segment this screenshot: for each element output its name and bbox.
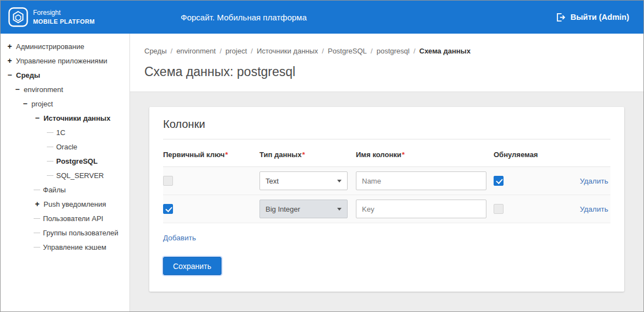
- logo: Foresight MOBILE PLATFORM: [8, 7, 95, 27]
- sidebar-item-files[interactable]: Файлы: [1, 182, 129, 197]
- breadcrumb-item[interactable]: project: [225, 47, 247, 55]
- data-type-select[interactable]: Big Integer: [259, 200, 348, 218]
- column-name-input[interactable]: [356, 200, 486, 218]
- header-label: Тип данных: [259, 150, 301, 159]
- sidebar-item-cache-management[interactable]: Управление кэшем: [1, 240, 129, 254]
- required-mark: *: [402, 150, 405, 159]
- collapse-icon[interactable]: −: [21, 99, 29, 108]
- sidebar-item-project[interactable]: − project: [1, 96, 129, 111]
- expand-icon[interactable]: +: [6, 42, 13, 51]
- header-label: Имя колонки: [356, 150, 402, 159]
- logo-title: Foresight: [33, 9, 95, 18]
- delete-link[interactable]: Удалить: [580, 177, 608, 185]
- tree-item-label: Управление приложениями: [16, 57, 107, 65]
- page-title: Схема данных: postgresql: [144, 64, 627, 79]
- sidebar-item-api-users[interactable]: Пользователи API: [1, 211, 129, 225]
- expand-icon[interactable]: +: [6, 56, 13, 65]
- breadcrumb-item-current: Схема данных: [419, 47, 470, 55]
- tree-item-label: project: [31, 100, 53, 108]
- column-name-input[interactable]: [356, 171, 486, 190]
- nullable-checkbox[interactable]: [494, 204, 504, 214]
- content-area: Колонки Первичный ключ* Тип данных* Имя …: [130, 92, 643, 311]
- app-window: Foresight MOBILE PLATFORM Форсайт. Мобил…: [0, 0, 644, 312]
- add-row: Добавить: [163, 233, 610, 243]
- tree-item-label: Среды: [16, 71, 40, 79]
- tree-item-label: 1C: [56, 128, 66, 137]
- sidebar-item-environments[interactable]: − Среды: [1, 68, 129, 82]
- sidebar-item-sql-server[interactable]: SQL_SERVER: [1, 168, 129, 182]
- add-link[interactable]: Добавить: [163, 234, 196, 242]
- tree-item-label: environment: [24, 85, 63, 94]
- button-row: Сохранить: [163, 257, 610, 275]
- breadcrumb-item[interactable]: PostgreSQL: [328, 47, 367, 55]
- logo-text: Foresight MOBILE PLATFORM: [33, 9, 95, 25]
- tree-item-label: Администрирование: [16, 42, 84, 51]
- data-type-select[interactable]: Text: [259, 171, 348, 190]
- breadcrumb-item[interactable]: Среды: [144, 47, 167, 55]
- data-type-value: Text: [266, 177, 279, 185]
- collapse-icon[interactable]: −: [14, 85, 21, 94]
- breadcrumb: Среды / environment / project / Источник…: [144, 47, 627, 55]
- tree-connector: [47, 147, 53, 147]
- tree-connector: [34, 190, 40, 190]
- sidebar-item-postgresql[interactable]: PostgreSQL: [1, 154, 129, 168]
- primary-key-checkbox[interactable]: [163, 176, 173, 186]
- breadcrumb-separator: /: [251, 47, 253, 55]
- breadcrumb-item[interactable]: Источники данных: [257, 47, 318, 55]
- columns-card: Колонки Первичный ключ* Тип данных* Имя …: [149, 107, 624, 292]
- required-mark: *: [225, 150, 228, 159]
- logo-subtitle: MOBILE PLATFORM: [33, 18, 95, 25]
- chevron-down-icon: [337, 208, 342, 211]
- tree-connector: [47, 132, 53, 133]
- breadcrumb-item[interactable]: environment: [176, 47, 216, 55]
- breadcrumb-separator: /: [220, 47, 222, 55]
- tree-item-label: PostgreSQL: [56, 157, 98, 165]
- tree-item-label: Файлы: [43, 186, 66, 194]
- required-mark: *: [302, 150, 305, 159]
- save-button[interactable]: Сохранить: [163, 257, 221, 275]
- main-layout: + Администрирование + Управление приложе…: [1, 34, 643, 311]
- col-header-primary-key: Первичный ключ*: [163, 150, 259, 159]
- table-row: Text Удалить: [163, 167, 610, 195]
- tree-connector: [34, 247, 40, 248]
- tree-item-label: Группы пользователей: [43, 229, 118, 237]
- header-label: Первичный ключ: [163, 150, 225, 159]
- tree-item-label: Push уведомления: [44, 200, 106, 208]
- primary-key-checkbox[interactable]: [163, 204, 173, 214]
- breadcrumb-separator: /: [322, 47, 324, 55]
- breadcrumb-separator: /: [371, 47, 373, 55]
- logout-label: Выйти (Admin): [570, 13, 629, 21]
- sidebar-item-1c[interactable]: 1C: [1, 125, 129, 139]
- tree-item-label: Oracle: [56, 143, 77, 151]
- col-header-column-name: Имя колонки*: [356, 150, 494, 159]
- col-header-data-type: Тип данных*: [259, 150, 356, 159]
- table-header-row: Первичный ключ* Тип данных* Имя колонки*…: [163, 139, 610, 167]
- col-header-nullable: Обнуляемая: [494, 150, 561, 159]
- tree-item-label: Управление кэшем: [43, 243, 106, 251]
- foresight-logo-icon: [8, 7, 28, 27]
- collapse-icon[interactable]: −: [34, 114, 41, 122]
- logout-button[interactable]: Выйти (Admin): [556, 13, 629, 22]
- sidebar-item-oracle[interactable]: Oracle: [1, 139, 129, 154]
- card-title: Колонки: [163, 118, 610, 139]
- sidebar-item-app-management[interactable]: + Управление приложениями: [1, 53, 129, 68]
- table-row: Big Integer Удалить: [163, 195, 610, 223]
- breadcrumb-item[interactable]: postgresql: [376, 47, 409, 55]
- tree-connector: [47, 161, 53, 162]
- main-area: Среды / environment / project / Источник…: [130, 34, 643, 311]
- sidebar-tree: + Администрирование + Управление приложе…: [1, 34, 130, 311]
- tree-connector: [47, 175, 53, 176]
- breadcrumb-separator: /: [413, 47, 415, 55]
- collapse-icon[interactable]: −: [6, 71, 13, 79]
- sidebar-item-user-groups[interactable]: Группы пользователей: [1, 225, 129, 240]
- sidebar-item-push-notifications[interactable]: + Push уведомления: [1, 197, 129, 211]
- sidebar-item-administration[interactable]: + Администрирование: [1, 39, 129, 53]
- sidebar-item-environment[interactable]: − environment: [1, 82, 129, 96]
- tree-item-label: SQL_SERVER: [56, 171, 104, 180]
- nullable-checkbox[interactable]: [494, 176, 504, 186]
- expand-icon[interactable]: +: [34, 200, 41, 208]
- sidebar-item-data-sources[interactable]: − Источники данных: [1, 111, 129, 125]
- tree-item-label: Пользователи API: [43, 214, 103, 223]
- delete-link[interactable]: Удалить: [580, 205, 608, 213]
- app-title: Форсайт. Мобильная платформа: [181, 13, 307, 22]
